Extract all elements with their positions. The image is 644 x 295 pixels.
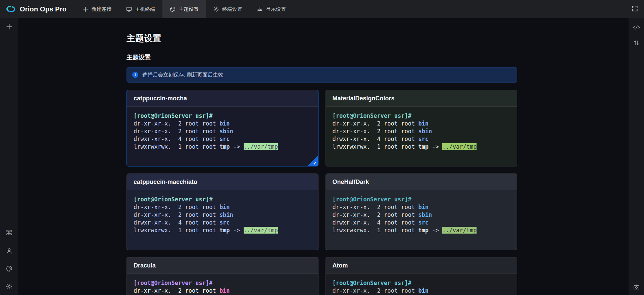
terminal-preview: [root@OrionServer usr]# dr-xr-xr-x. 2 ro… <box>127 274 318 295</box>
terminal-prompt: [root@OrionServer usr]# <box>333 196 510 203</box>
theme-name: Atom <box>333 262 348 269</box>
terminal-line: dr-xr-xr-x. 2 root root bin <box>333 120 510 128</box>
monitor-icon <box>126 6 132 12</box>
theme-card-grid: catppuccin-mocha [root@OrionServer usr]#… <box>127 90 517 295</box>
palette-icon <box>6 265 12 272</box>
terminal-line: lrwxrwxrwx. 1 root root tmp -> ../var/tm… <box>134 143 311 151</box>
content-container: 主题设置 主题设置 i 选择后会立刻保存, 刷新页面后生效 catppuccin… <box>127 33 517 295</box>
nav-item-theme-settings[interactable]: 主题设置 <box>162 0 206 18</box>
nav-item-label: 主机终端 <box>135 6 155 12</box>
theme-name: MaterialDesignColors <box>333 95 395 102</box>
theme-card-onehalfdark[interactable]: OneHalfDark [root@OrionServer usr]# dr-x… <box>326 174 517 250</box>
brand-name: Orion Ops Pro <box>20 5 66 13</box>
terminal-preview: [root@OrionServer usr]# dr-xr-xr-x. 2 ro… <box>127 107 318 151</box>
gear-icon <box>213 6 219 12</box>
section-title: 主题设置 <box>127 54 517 61</box>
terminal-line: dr-xr-xr-x. 2 root root sbin <box>134 128 311 135</box>
nav-item-label: 主题设置 <box>179 6 199 12</box>
theme-card-header: MaterialDesignColors <box>326 90 517 107</box>
user-icon <box>6 248 12 254</box>
theme-card-header: Atom <box>326 257 517 274</box>
nav-item-display-settings[interactable]: 显示设置 <box>250 0 293 18</box>
theme-card-header: Dracula <box>127 257 318 274</box>
plus-icon <box>6 23 12 30</box>
check-icon: ✓ <box>313 160 317 166</box>
view-source-button[interactable]: </> <box>633 25 640 30</box>
terminal-prompt: [root@OrionServer usr]# <box>134 279 311 287</box>
terminal-preview: [root@OrionServer usr]# dr-xr-xr-x. 2 ro… <box>326 190 517 234</box>
fullscreen-button[interactable] <box>626 0 644 18</box>
terminal-lines: dr-xr-xr-x. 2 root root bindr-xr-xr-x. 2… <box>134 203 311 234</box>
terminal-lines: dr-xr-xr-x. 2 root root bindr-xr-xr-x. 2… <box>333 203 510 234</box>
add-connection-button[interactable] <box>6 23 12 30</box>
brand: Orion Ops Pro <box>0 0 75 18</box>
app-window: Orion Ops Pro 新建连接 主机终端 主题设置 终端设置 显示设置 <box>0 0 644 295</box>
top-navbar: Orion Ops Pro 新建连接 主机终端 主题设置 终端设置 显示设置 <box>0 0 644 18</box>
terminal-preview: [root@OrionServer usr]# dr-xr-xr-x. 2 ro… <box>326 274 517 295</box>
terminal-line: lrwxrwxrwx. 1 root root tmp -> ../var/tm… <box>333 143 510 151</box>
theme-card-header: OneHalfDark <box>326 174 517 190</box>
theme-card-materialdesigncolors[interactable]: MaterialDesignColors [root@OrionServer u… <box>326 90 517 166</box>
info-alert: i 选择后会立刻保存, 刷新页面后生效 <box>127 67 517 83</box>
right-toolbar: </> <box>629 18 644 295</box>
sliders-icon <box>257 6 263 12</box>
terminal-prompt: [root@OrionServer usr]# <box>333 279 510 287</box>
terminal-line: dr-xr-xr-x. 2 root root bin <box>333 203 510 211</box>
terminal-lines: dr-xr-xr-x. 2 root root bindr-xr-xr-x. 2… <box>134 120 311 151</box>
terminal-line: drwxr-xr-x. 4 root root src <box>134 219 311 227</box>
terminal-prompt: [root@OrionServer usr]# <box>134 196 311 203</box>
terminal-preview: [root@OrionServer usr]# dr-xr-xr-x. 2 ro… <box>127 190 318 234</box>
plus-icon <box>83 6 88 12</box>
body-row: ⌘ <box>0 18 644 295</box>
terminal-line: dr-xr-xr-x. 2 root root bin <box>333 287 510 295</box>
nav-item-label: 终端设置 <box>222 6 242 12</box>
screenshot-button[interactable] <box>633 284 640 290</box>
left-sidebar-bottom: ⌘ <box>6 229 13 295</box>
gear-icon <box>6 283 12 290</box>
terminal-lines: dr-xr-xr-x. 2 root root bindr-xr-xr-x. 2… <box>134 287 311 295</box>
nav-item-host-terminal[interactable]: 主机终端 <box>119 0 162 18</box>
terminal-line: dr-xr-xr-x. 2 root root bin <box>134 203 311 211</box>
terminal-line: dr-xr-xr-x. 2 root root sbin <box>333 211 510 219</box>
theme-card-atom[interactable]: Atom [root@OrionServer usr]# dr-xr-xr-x.… <box>326 257 517 295</box>
terminal-line: dr-xr-xr-x. 2 root root sbin <box>134 211 311 219</box>
camera-icon <box>633 284 640 290</box>
terminal-lines: dr-xr-xr-x. 2 root root bindr-xr-xr-x. 2… <box>333 287 510 295</box>
nav-item-label: 新建连接 <box>91 6 111 12</box>
brand-logo-icon <box>5 4 16 14</box>
terminal-prompt: [root@OrionServer usr]# <box>333 112 510 120</box>
terminal-line: drwxr-xr-x. 4 root root src <box>333 219 510 227</box>
nav-item-terminal-settings[interactable]: 终端设置 <box>206 0 250 18</box>
terminal-line: drwxr-xr-x. 4 root root src <box>333 135 510 143</box>
sort-icon <box>633 40 640 46</box>
theme-card-dracula[interactable]: Dracula [root@OrionServer usr]# dr-xr-xr… <box>127 257 318 295</box>
theme-card-catppuccin-macchiato[interactable]: catppuccin-macchiato [root@OrionServer u… <box>127 174 318 250</box>
theme-name: Dracula <box>134 262 156 269</box>
alert-text: 选择后会立刻保存, 刷新页面后生效 <box>142 71 223 79</box>
terminal-line: lrwxrwxrwx. 1 root root tmp -> ../var/tm… <box>333 227 510 234</box>
nav-item-new-connection[interactable]: 新建连接 <box>75 0 119 18</box>
sort-button[interactable] <box>633 40 640 46</box>
terminal-line: dr-xr-xr-x. 2 root root sbin <box>333 128 510 135</box>
theme-name: OneHalfDark <box>333 179 369 186</box>
terminal-line: lrwxrwxrwx. 1 root root tmp -> ../var/tm… <box>134 227 311 234</box>
fullscreen-icon <box>632 5 638 13</box>
terminal-prompt: [root@OrionServer usr]# <box>134 112 311 120</box>
command-icon: ⌘ <box>6 229 13 236</box>
shortcuts-button[interactable]: ⌘ <box>6 229 13 236</box>
main-content: 主题设置 主题设置 i 选择后会立刻保存, 刷新页面后生效 catppuccin… <box>18 18 629 295</box>
theme-name: catppuccin-mocha <box>134 95 187 102</box>
terminal-line: dr-xr-xr-x. 2 root root bin <box>134 120 311 128</box>
left-sidebar: ⌘ <box>0 18 18 295</box>
terminal-line: drwxr-xr-x. 4 root root src <box>134 135 311 143</box>
theme-card-catppuccin-mocha[interactable]: catppuccin-mocha [root@OrionServer usr]#… <box>127 90 318 166</box>
selected-badge: ✓ <box>307 155 318 166</box>
user-button[interactable] <box>6 248 12 254</box>
appearance-button[interactable] <box>6 265 12 272</box>
code-icon: </> <box>633 25 640 30</box>
settings-button[interactable] <box>6 283 12 290</box>
terminal-line: dr-xr-xr-x. 2 root root bin <box>134 287 311 295</box>
terminal-lines: dr-xr-xr-x. 2 root root bindr-xr-xr-x. 2… <box>333 120 510 151</box>
terminal-preview: [root@OrionServer usr]# dr-xr-xr-x. 2 ro… <box>326 107 517 151</box>
navbar-items: 新建连接 主机终端 主题设置 终端设置 显示设置 <box>75 0 293 18</box>
